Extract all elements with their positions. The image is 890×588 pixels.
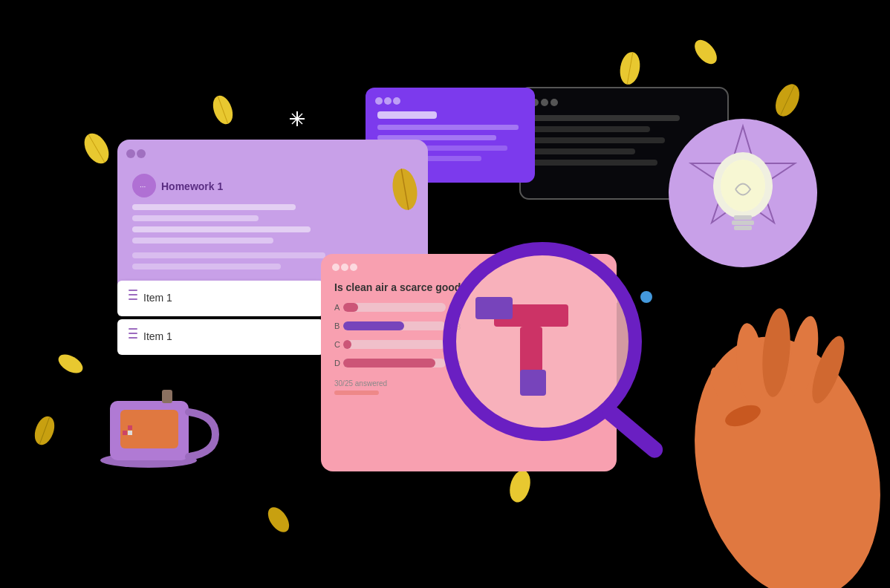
svg-rect-74 (343, 303, 358, 312)
svg-rect-94 (162, 390, 172, 403)
svg-rect-30 (531, 126, 650, 132)
svg-rect-81 (343, 340, 446, 349)
svg-point-104 (721, 160, 765, 212)
background-svg: ··· Homework 1 Item 1 Item 1 (0, 0, 890, 588)
svg-rect-40 (377, 135, 496, 140)
svg-point-35 (375, 97, 383, 105)
main-scene: ··· Homework 1 Item 1 Item 1 (0, 0, 890, 588)
svg-rect-103 (734, 226, 752, 230)
svg-text:A: A (334, 303, 340, 312)
svg-text:···: ··· (140, 183, 146, 191)
svg-text:Is clean air a scarce good?: Is clean air a scarce good? (334, 281, 467, 293)
svg-rect-110 (520, 370, 546, 396)
svg-rect-29 (531, 115, 680, 121)
svg-text:Item 1: Item 1 (143, 330, 172, 342)
svg-rect-95 (123, 431, 127, 435)
svg-point-44 (126, 149, 135, 158)
svg-rect-64 (129, 333, 137, 334)
svg-text:Homework 1: Homework 1 (161, 180, 223, 192)
svg-rect-53 (132, 252, 325, 258)
svg-rect-63 (129, 328, 137, 330)
svg-rect-49 (132, 204, 296, 210)
svg-text:B: B (334, 321, 340, 330)
svg-rect-96 (128, 431, 132, 435)
svg-rect-33 (531, 160, 657, 166)
svg-rect-65 (129, 337, 137, 339)
svg-rect-39 (377, 125, 519, 130)
svg-rect-82 (343, 340, 351, 349)
svg-text:C: C (334, 340, 340, 349)
svg-point-28 (550, 99, 558, 106)
svg-rect-52 (132, 238, 273, 244)
svg-rect-73 (343, 303, 446, 312)
svg-rect-86 (343, 359, 435, 368)
svg-point-68 (332, 264, 340, 271)
svg-rect-31 (531, 137, 665, 143)
svg-rect-51 (132, 226, 311, 232)
svg-point-70 (350, 264, 357, 271)
svg-rect-54 (132, 264, 281, 270)
svg-text:Item 1: Item 1 (143, 292, 172, 304)
svg-rect-78 (343, 321, 404, 330)
svg-point-69 (341, 264, 348, 271)
svg-rect-89 (334, 391, 379, 395)
svg-rect-59 (129, 290, 137, 291)
svg-rect-101 (734, 215, 752, 220)
svg-rect-61 (129, 298, 137, 300)
svg-text:D: D (334, 359, 340, 368)
svg-point-105 (640, 291, 652, 303)
svg-point-45 (137, 149, 146, 158)
svg-point-36 (384, 97, 392, 105)
svg-point-27 (541, 99, 548, 106)
svg-point-37 (393, 97, 400, 105)
svg-rect-97 (128, 425, 132, 430)
svg-rect-108 (475, 297, 513, 319)
svg-rect-38 (377, 111, 437, 119)
svg-rect-50 (132, 215, 259, 221)
svg-rect-60 (129, 294, 137, 295)
svg-rect-102 (732, 220, 754, 225)
svg-rect-32 (531, 148, 635, 154)
svg-text:30/25 answered: 30/25 answered (334, 379, 387, 388)
